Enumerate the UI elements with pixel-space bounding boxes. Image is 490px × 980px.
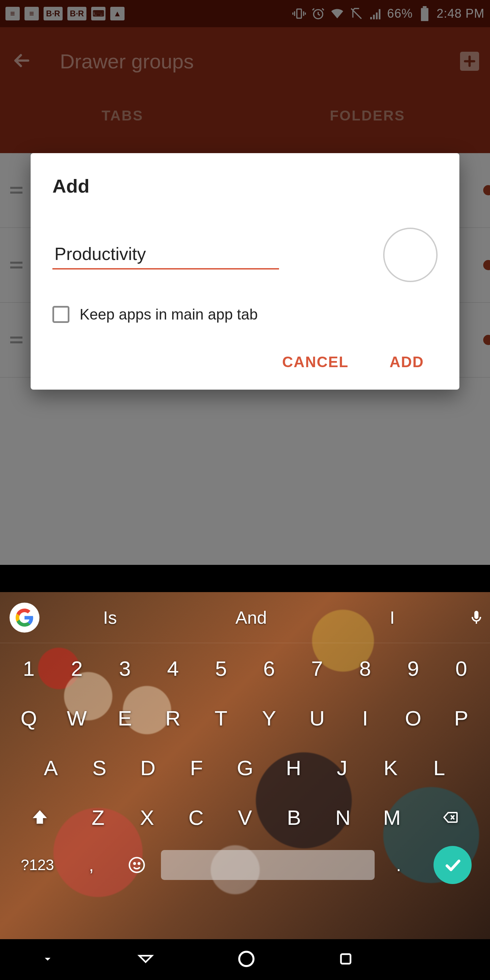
key-shift[interactable]	[8, 797, 72, 838]
key-s[interactable]: S	[76, 747, 123, 788]
key-q[interactable]: Q	[6, 698, 51, 738]
google-search-button[interactable]	[10, 603, 40, 633]
suggestion-3[interactable]: I	[321, 608, 463, 628]
key-v[interactable]: V	[222, 797, 268, 838]
key-1[interactable]: 1	[6, 648, 51, 689]
key-7[interactable]: 7	[294, 648, 340, 689]
key-p[interactable]: P	[439, 698, 484, 738]
suggestion-1[interactable]: Is	[40, 608, 181, 628]
key-space[interactable]	[161, 845, 375, 885]
keep-apps-checkbox[interactable]	[52, 306, 69, 323]
key-w[interactable]: W	[54, 698, 99, 738]
nav-back[interactable]	[136, 950, 155, 970]
key-f[interactable]: F	[173, 747, 220, 788]
add-group-dialog: Add Keep apps in main app tab CANCEL ADD	[30, 153, 460, 390]
key-c[interactable]: C	[173, 797, 219, 838]
system-nav-bar	[0, 939, 490, 980]
key-row-numbers: 1 2 3 4 5 6 7 8 9 0	[6, 648, 484, 689]
key-row-qwerty: Q W E R T Y U I O P	[6, 698, 484, 738]
mic-icon[interactable]	[463, 609, 490, 626]
nav-ime-switch[interactable]	[41, 952, 54, 967]
group-name-input[interactable]	[52, 240, 279, 269]
key-n[interactable]: N	[320, 797, 366, 838]
key-row-bottom: ?123 , .	[6, 845, 484, 885]
key-numsym[interactable]: ?123	[8, 845, 67, 885]
key-3[interactable]: 3	[102, 648, 147, 689]
svg-point-4	[129, 858, 144, 872]
soft-keyboard: Is And I 1 2 3 4 5 6 7 8 9 0 Q W E R T Y…	[0, 592, 490, 939]
svg-point-7	[239, 952, 253, 966]
key-e[interactable]: E	[102, 698, 147, 738]
cancel-button[interactable]: CANCEL	[282, 353, 348, 371]
svg-point-6	[138, 863, 140, 864]
key-k[interactable]: K	[368, 747, 414, 788]
dialog-title: Add	[52, 175, 438, 197]
key-0[interactable]: 0	[439, 648, 484, 689]
key-d[interactable]: D	[125, 747, 171, 788]
key-6[interactable]: 6	[247, 648, 292, 689]
key-z[interactable]: Z	[75, 797, 121, 838]
key-4[interactable]: 4	[150, 648, 196, 689]
key-emoji[interactable]	[115, 845, 158, 885]
key-9[interactable]: 9	[391, 648, 436, 689]
key-j[interactable]: J	[319, 747, 365, 788]
key-b[interactable]: B	[271, 797, 317, 838]
suggestion-bar: Is And I	[0, 592, 490, 643]
key-a[interactable]: A	[28, 747, 74, 788]
key-r[interactable]: R	[150, 698, 196, 738]
key-g[interactable]: G	[222, 747, 268, 788]
svg-point-5	[134, 863, 135, 864]
key-y[interactable]: Y	[247, 698, 292, 738]
key-5[interactable]: 5	[198, 648, 243, 689]
nav-home[interactable]	[237, 950, 256, 970]
key-i[interactable]: I	[342, 698, 388, 738]
key-x[interactable]: X	[124, 797, 170, 838]
svg-rect-8	[341, 954, 350, 964]
key-h[interactable]: H	[270, 747, 317, 788]
add-button[interactable]: ADD	[390, 353, 424, 371]
key-row-zxcv: Z X C V B N M	[6, 797, 484, 838]
key-2[interactable]: 2	[54, 648, 99, 689]
key-row-asdf: A S D F G H J K L	[6, 747, 484, 788]
color-picker-button[interactable]	[383, 228, 438, 282]
key-u[interactable]: U	[294, 698, 340, 738]
key-8[interactable]: 8	[342, 648, 388, 689]
key-o[interactable]: O	[391, 698, 436, 738]
key-l[interactable]: L	[416, 747, 462, 788]
key-m[interactable]: M	[369, 797, 415, 838]
key-comma[interactable]: ,	[70, 845, 113, 885]
nav-recents[interactable]	[337, 951, 354, 969]
key-backspace[interactable]	[418, 797, 482, 838]
key-t[interactable]: T	[198, 698, 243, 738]
keep-apps-label: Keep apps in main app tab	[80, 306, 258, 323]
suggestion-2[interactable]: And	[181, 608, 322, 628]
key-enter[interactable]	[423, 845, 482, 885]
key-period[interactable]: .	[377, 845, 420, 885]
